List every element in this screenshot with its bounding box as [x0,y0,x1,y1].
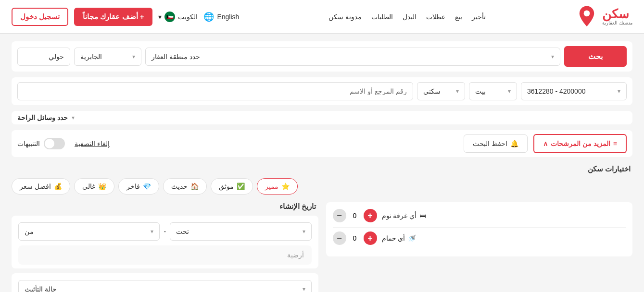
nav-otlat[interactable]: عطلات [426,13,445,21]
filter-right-actions: إلغاء التصفية التنبيهات [17,138,110,149]
furnish-row: ▾ حالة التأثيث [18,280,312,292]
nav-talbat[interactable]: الطلبات [371,13,393,21]
bathroom-label-group: 🚿 أي حمام [382,234,417,242]
construction-from-select[interactable]: ▾ من [18,222,160,241]
amenities-row: ▾ حدد وسائل الراحة [12,111,632,124]
clear-filter-button[interactable]: إلغاء التصفية [75,140,110,147]
choice-ghali[interactable]: 👑 غالي [74,178,114,195]
choice-mouthak[interactable]: ✅ موثق [211,178,253,195]
momiaz-icon: ⭐ [281,182,290,190]
construction-title: تاريخ الإنشاء [12,202,318,211]
fakher-label: فاخر [126,182,140,190]
furnishing-label: حالة التأثيث [25,285,57,292]
prop-type-chevron: ▾ [508,88,511,95]
main-nav: تأجير بيع عطلات البدل الطلبات مدونة سكن [328,13,486,21]
amenities-chevron: ▾ [72,114,75,121]
construction-dash: - [164,228,166,235]
choice-fakher[interactable]: 💎 فاخر [118,178,159,195]
area-chevron: ▾ [132,53,135,60]
zone-chevron: ▾ [551,53,554,60]
choice-momiaz[interactable]: ⭐ مميز [257,178,298,195]
search-button[interactable]: بحث [564,46,627,67]
category-label: سكني [423,87,441,95]
property-type-select[interactable]: ▾ بيت [469,82,517,100]
category-chevron: ▾ [456,88,459,95]
sakn-choices-title: اختيارات سكن [12,165,632,173]
bedroom-row: 🛏 أي غرفة نوم + 0 − [333,209,626,222]
best-price-icon: 💰 [54,182,62,190]
search-row-1: بحث ▾ حدد منطقة العقار ▾ الجابرية حولي [12,41,632,72]
language-label: English [217,13,239,21]
ground-floor: أرضية [18,245,312,265]
toggle-alerts-group: التنبيهات [17,138,65,149]
construction-range-row: ▾ تحت - ▾ من [18,222,312,241]
nav-bay3[interactable]: بيع [455,13,462,21]
right-section: تاريخ الإنشاء ▾ تحت - ▾ من [12,202,318,292]
construction-block: ▾ تحت - ▾ من أرضية [12,216,318,268]
construction-selects: ▾ تحت - ▾ من [18,222,312,241]
fakher-icon: 💎 [143,182,151,190]
bedroom-minus-button[interactable]: − [333,209,346,222]
furnish-block: ▾ حالة التأثيث ▾ التوفر [12,273,318,292]
area-label: الجابرية [80,53,102,61]
zone-select[interactable]: ▾ حدد منطقة العقار [145,48,560,66]
counters-block: 🛏 أي غرفة نوم + 0 − 🚿 أي حمام [326,202,633,256]
bath-icon: 🚿 [408,234,416,242]
price-range-select[interactable]: ▾ 4200000 - 3612280 [521,82,627,100]
ground-floor-label: أرضية [287,251,304,259]
hadith-icon: 🏠 [190,182,199,190]
more-filters-button[interactable]: ≡ المزيد من المرشحات ∧ [533,134,627,153]
area-select[interactable]: ▾ الجابرية [74,48,141,66]
choice-hadith[interactable]: 🏠 حديث [163,178,207,195]
country-label: الكويت [178,13,198,21]
kuwait-flag: 🇰🇼 [164,12,175,22]
logo-icon [575,5,598,28]
choice-best-price[interactable]: 💰 افضل سعر [12,178,70,195]
save-search-button[interactable]: 🔔 احفظ البحث [464,134,528,153]
bathroom-label: أي حمام [382,234,405,242]
search-row-2: ▾ 4200000 - 3612280 ▾ بيت ▾ سكني [12,77,632,105]
bathroom-minus-button[interactable]: − [333,231,346,245]
type-select[interactable]: حولي [17,48,70,66]
logo-title: سكن [602,8,629,20]
prop-type-label: بيت [475,87,486,95]
save-search-label: احفظ البحث [473,140,507,147]
logo-subtitle: منصتك العقارية [602,20,632,25]
furnish-chevron: ▾ [303,286,305,292]
toggle-alerts-label: التنبيهات [17,140,40,147]
bathroom-value: 0 [350,234,360,242]
best-price-label: افضل سعر [20,182,51,190]
zone-label: حدد منطقة العقار [152,53,200,61]
furnishing-select[interactable]: ▾ حالة التأثيث [18,280,312,292]
from-label: من [25,228,34,235]
under-chevron: ▾ [303,228,305,235]
momiaz-label: مميز [265,182,278,190]
bedroom-value: 0 [350,212,360,219]
bedroom-plus-button[interactable]: + [364,209,377,222]
language-selector[interactable]: English 🌐 [203,12,239,22]
bedroom-label: أي غرفة نوم [382,212,417,219]
category-select[interactable]: ▾ سكني [417,82,465,100]
logo: سكن منصتك العقارية [575,5,632,28]
mouthak-icon: ✅ [237,182,245,190]
bathroom-plus-button[interactable]: + [364,231,377,245]
nav-badal[interactable]: البدل [403,13,417,21]
amenities-label: حدد وسائل الراحة [17,114,68,122]
construction-under-select[interactable]: ▾ تحت [170,222,311,241]
country-selector[interactable]: الكويت 🇰🇼 ▾ [158,12,198,22]
type-label: حولي [49,53,64,61]
bedroom-label-group: 🛏 أي غرفة نوم [382,212,427,219]
filter-actions-row: ≡ المزيد من المرشحات ∧ 🔔 احفظ البحث إلغا… [12,130,632,157]
filter-left-actions: ≡ المزيد من المرشحات ∧ 🔔 احفظ البحث [464,134,627,153]
alerts-toggle[interactable] [44,138,65,149]
bathroom-row: 🚿 أي حمام + 0 − [333,231,626,245]
nav-blog[interactable]: مدونة سكن [328,13,362,21]
nav-tajeer[interactable]: تأجير [472,13,486,21]
ref-input[interactable] [17,82,413,100]
login-button[interactable]: تسجيل دخول [12,8,68,26]
more-filters-icon: ≡ [613,140,617,147]
sakn-choices-list: ⭐ مميز ✅ موثق 🏠 حديث 💎 فاخر 👑 غالي 💰 افض… [12,178,632,195]
add-property-button[interactable]: + أضف عقارك مجاناً [74,8,152,26]
ghali-icon: 👑 [98,182,106,190]
under-label: تحت [176,228,189,235]
